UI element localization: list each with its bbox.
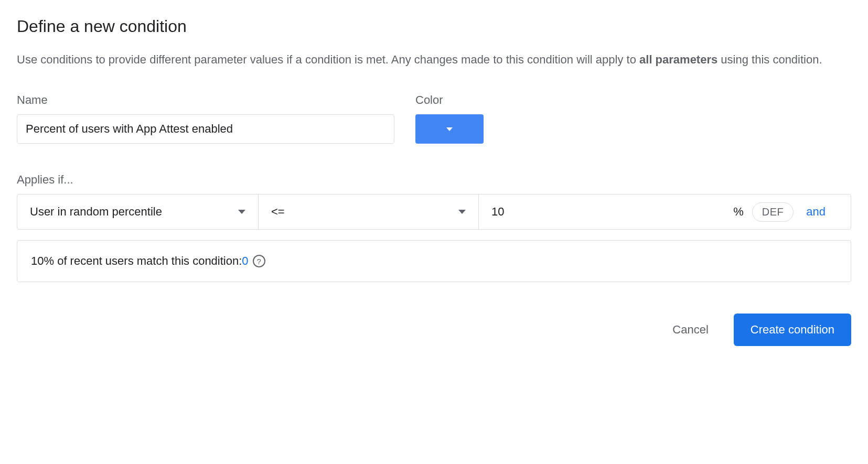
description-bold: all parameters [639,53,717,66]
condition-value-input[interactable] [491,205,733,219]
color-dropdown[interactable] [415,114,484,144]
create-condition-button[interactable]: Create condition [734,314,851,346]
caret-down-icon [238,210,245,214]
condition-type-dropdown[interactable]: User in random percentile [17,195,259,229]
description-part2: using this condition. [717,53,822,66]
caret-down-icon [458,210,466,214]
name-input[interactable] [17,114,394,144]
match-count: 0 [242,254,248,268]
applies-if-label: Applies if... [17,173,851,187]
match-text: 10% of recent users match this condition… [31,254,242,268]
page-title: Define a new condition [17,17,851,36]
and-link[interactable]: and [806,205,826,219]
actions-row: Cancel Create condition [17,314,851,346]
description-text: Use conditions to provide different para… [17,51,851,68]
help-icon[interactable]: ? [253,255,265,267]
condition-operator-value: <= [271,205,285,219]
color-label: Color [415,93,484,107]
condition-row: User in random percentile <= % DEF and [17,194,851,230]
cancel-button[interactable]: Cancel [664,317,716,343]
description-part1: Use conditions to provide different para… [17,53,639,66]
match-info: 10% of recent users match this condition… [17,240,851,282]
name-label: Name [17,93,394,107]
condition-type-value: User in random percentile [30,205,162,219]
caret-down-icon [446,127,453,131]
condition-value-section: % DEF and [479,195,851,229]
def-chip[interactable]: DEF [752,202,794,222]
percent-sign: % [733,205,744,219]
condition-operator-dropdown[interactable]: <= [259,195,479,229]
